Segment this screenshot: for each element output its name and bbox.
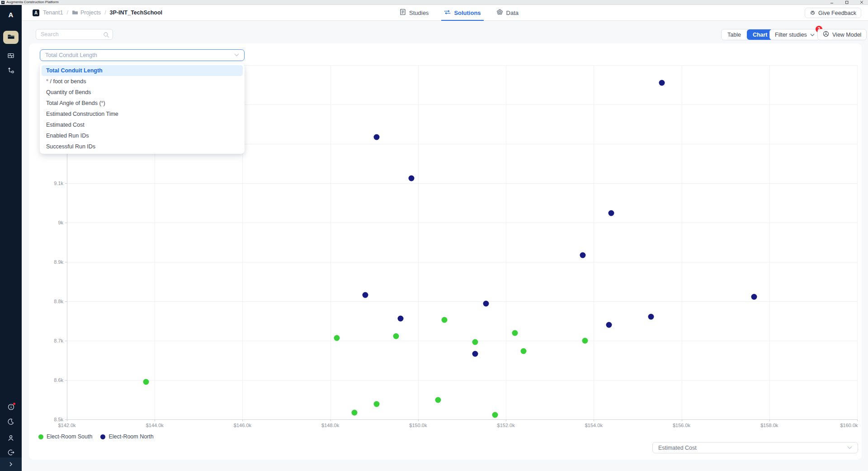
y-axis-label: 8.5k bbox=[43, 417, 63, 422]
search-icon bbox=[103, 32, 109, 40]
x-metric-select[interactable]: Estimated Cost bbox=[652, 442, 858, 453]
scatter-point[interactable] bbox=[609, 210, 614, 216]
x-axis-label: $156.0k bbox=[673, 423, 690, 428]
sidebar-item-apps-grid[interactable] bbox=[3, 50, 19, 63]
breadcrumb-project: 3P-INT_TechSchool bbox=[110, 10, 162, 16]
scatter-point[interactable] bbox=[363, 292, 368, 298]
chevron-down-icon bbox=[847, 445, 852, 451]
sidebar: A bbox=[0, 5, 22, 471]
scatter-point[interactable] bbox=[373, 134, 379, 140]
scatter-point[interactable] bbox=[442, 317, 448, 323]
person-icon bbox=[7, 434, 14, 443]
scatter-point[interactable] bbox=[648, 314, 654, 319]
breadcrumb-tenant[interactable]: Tenant1 bbox=[43, 10, 63, 16]
dropdown-option[interactable]: Quantity of Bends bbox=[42, 87, 243, 98]
scatter-point[interactable] bbox=[492, 412, 498, 418]
breadcrumb-separator: / bbox=[104, 10, 106, 16]
y-axis-label: 9.1k bbox=[43, 181, 63, 186]
legend-label: Elect-Room North bbox=[108, 433, 153, 440]
sidebar-item-profile[interactable] bbox=[3, 432, 19, 445]
y-axis-label: 8.7k bbox=[43, 338, 63, 343]
v-gridline bbox=[769, 65, 770, 419]
breadcrumb-separator: / bbox=[66, 10, 68, 16]
x-axis-label: $148.0k bbox=[321, 423, 339, 428]
dropdown-option[interactable]: Total Angle of Bends (°) bbox=[42, 98, 243, 109]
tab-data[interactable]: Data bbox=[496, 5, 519, 20]
chevron-right-icon bbox=[9, 460, 13, 468]
scatter-point[interactable] bbox=[398, 316, 404, 322]
h-gridline bbox=[67, 262, 857, 262]
scatter-point[interactable] bbox=[751, 294, 757, 300]
y-metric-select[interactable]: Total Conduit Length bbox=[40, 49, 245, 61]
sidebar-item-projects[interactable] bbox=[3, 31, 19, 44]
scatter-point[interactable] bbox=[373, 401, 379, 407]
filter-studies-button[interactable]: Filter studies 2 bbox=[769, 29, 820, 40]
legend-item[interactable]: Elect-Room North bbox=[100, 433, 153, 440]
metric-dropdown-menu: Total Conduit Length° / foot or bendsQua… bbox=[40, 63, 245, 154]
legend-item[interactable]: Elect-Room South bbox=[38, 433, 92, 440]
window-title: Augmenta Construction Platform bbox=[6, 0, 59, 4]
x-axis-label: $150.0k bbox=[409, 423, 427, 428]
app-icon: A bbox=[1, 1, 5, 4]
scatter-point[interactable] bbox=[582, 338, 588, 344]
info-icon bbox=[7, 403, 15, 413]
dropdown-option[interactable]: Successful Run IDs bbox=[42, 141, 243, 152]
x-axis-label: $146.0k bbox=[234, 423, 251, 428]
logout-icon bbox=[7, 449, 14, 458]
close-icon[interactable] bbox=[860, 1, 863, 4]
v-gridline bbox=[594, 65, 594, 419]
dropdown-option[interactable]: Total Conduit Length bbox=[42, 65, 243, 76]
chevron-down-icon bbox=[234, 52, 239, 58]
search-input[interactable] bbox=[36, 29, 113, 39]
sidebar-expand-button[interactable] bbox=[0, 457, 22, 471]
sidebar-item-runs[interactable] bbox=[3, 65, 19, 78]
x-axis-label: $152.0k bbox=[497, 423, 515, 428]
x-axis-label: $154.0k bbox=[585, 423, 603, 428]
v-gridline bbox=[506, 65, 506, 419]
tab-studies[interactable]: Studies bbox=[400, 5, 429, 20]
scatter-point[interactable] bbox=[472, 351, 478, 357]
scatter-point[interactable] bbox=[472, 339, 478, 345]
maximize-icon[interactable] bbox=[845, 1, 849, 4]
minimize-icon[interactable] bbox=[830, 1, 834, 4]
moon-icon bbox=[7, 418, 14, 427]
view-model-button[interactable]: View Model bbox=[817, 29, 867, 40]
scatter-point[interactable] bbox=[580, 252, 586, 258]
legend-dot-icon bbox=[100, 434, 105, 439]
dropdown-option[interactable]: ° / foot or bends bbox=[42, 76, 243, 87]
bug-icon bbox=[810, 10, 816, 17]
scatter-point[interactable] bbox=[512, 330, 518, 336]
scatter-point[interactable] bbox=[520, 348, 526, 354]
scatter-point[interactable] bbox=[483, 301, 489, 307]
legend-label: Elect-Room South bbox=[47, 433, 92, 440]
notification-dot bbox=[13, 403, 15, 405]
scatter-point[interactable] bbox=[334, 335, 340, 341]
give-feedback-button[interactable]: Give Feedback bbox=[805, 8, 861, 18]
chevron-down-icon bbox=[810, 32, 815, 38]
scatter-point[interactable] bbox=[393, 333, 399, 339]
tab-solutions[interactable]: Solutions bbox=[444, 5, 481, 20]
h-gridline bbox=[67, 183, 857, 184]
breadcrumb-projects[interactable]: Projects bbox=[72, 10, 101, 16]
scatter-point[interactable] bbox=[435, 397, 441, 403]
table-view-button[interactable]: Table bbox=[722, 29, 747, 40]
h-gridline bbox=[67, 341, 857, 341]
sidebar-item-dark-mode[interactable] bbox=[3, 416, 19, 429]
scatter-point[interactable] bbox=[409, 175, 415, 181]
chart-legend: Elect-Room SouthElect-Room North bbox=[38, 433, 154, 440]
sidebar-logo: A bbox=[0, 11, 22, 19]
dropdown-option[interactable]: Enabled Run IDs bbox=[42, 130, 243, 141]
x-axis-label: $144.0k bbox=[146, 423, 164, 428]
dropdown-option[interactable]: Estimated Construction Time bbox=[42, 109, 243, 119]
scatter-point[interactable] bbox=[606, 322, 612, 328]
top-nav: Studies Solutions Data bbox=[400, 5, 519, 20]
x-axis-label: $142.0k bbox=[58, 423, 75, 428]
dropdown-option[interactable]: Estimated Cost bbox=[42, 119, 243, 130]
scatter-point[interactable] bbox=[143, 379, 149, 385]
legend-dot-icon bbox=[38, 434, 43, 439]
sidebar-item-notifications[interactable] bbox=[3, 401, 19, 414]
scatter-point[interactable] bbox=[352, 410, 358, 416]
x-axis-label: $160.0k bbox=[840, 423, 858, 428]
x-axis-label: $158.0k bbox=[760, 423, 778, 428]
scatter-point[interactable] bbox=[659, 80, 665, 86]
